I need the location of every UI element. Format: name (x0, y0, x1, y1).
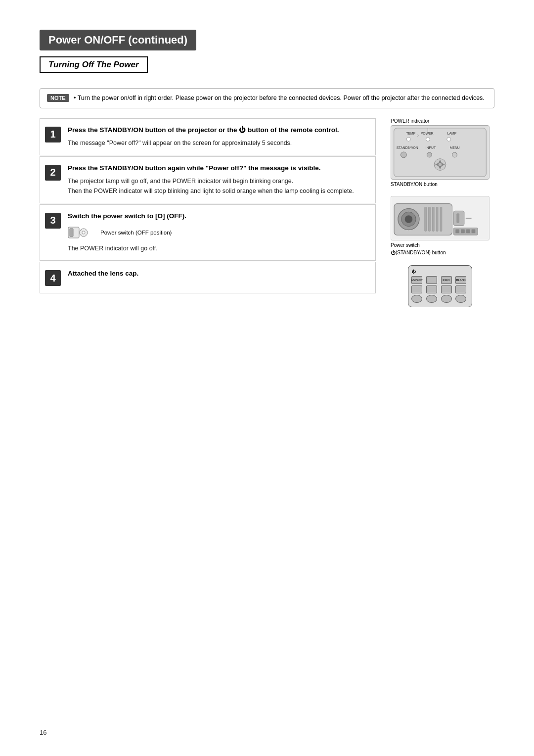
svg-text:INPUT: INPUT (426, 146, 436, 149)
section-title: Turning Off The Power (48, 60, 139, 69)
remote-btn-2 (426, 276, 437, 284)
svg-rect-30 (429, 207, 431, 231)
remote-btn-3: INFO (441, 276, 452, 284)
step-4: 4 Attached the lens cap. (40, 262, 376, 293)
step-4-content: Attached the lens cap. (68, 269, 368, 282)
svg-point-23 (438, 162, 442, 166)
step-2-heading: Press the STANDBY/ON button again while … (68, 164, 368, 173)
diagrams-column: POWER indicator TEMP POWER LAMP ○ STANDB… (386, 118, 494, 307)
step-2-number: 2 (45, 165, 61, 181)
power-switch-svg (68, 225, 93, 240)
step-4-heading: Attached the lens cap. (68, 269, 368, 279)
step-2: 2 Press the STANDBY/ON button again whil… (40, 156, 376, 203)
svg-rect-39 (461, 229, 465, 233)
svg-text:LAMP: LAMP (447, 131, 457, 135)
remote-btn-11 (441, 295, 452, 303)
remote-control-diagram: ⏻ ASPECT INFO BLANK (408, 265, 472, 307)
svg-text:TEMP: TEMP (406, 131, 415, 135)
svg-point-10 (426, 137, 430, 141)
remote-btn-5 (411, 285, 422, 293)
note-box: NOTE • Turn the power on/off in right or… (40, 88, 494, 108)
step-2-content: Press the STANDBY/ON button again while … (68, 164, 368, 196)
svg-rect-40 (466, 229, 470, 233)
note-label: NOTE (47, 94, 69, 102)
step-3-number: 3 (45, 213, 61, 229)
standby-on-button-label: STANDBY/ON button (391, 182, 490, 187)
projector-panel-section: POWER indicator TEMP POWER LAMP ○ STANDB… (391, 118, 490, 187)
projector-body-section: Power switch ⏻(STANDBY/ON) button (391, 196, 490, 255)
svg-point-8 (406, 137, 410, 141)
remote-control-section: ⏻ ASPECT INFO BLANK (391, 265, 490, 307)
content-area: 1 Press the STANDBY/ON button of the pro… (40, 118, 494, 307)
remote-btn-10 (426, 295, 437, 303)
svg-rect-35 (456, 213, 459, 223)
svg-rect-1 (70, 229, 73, 236)
section-title-box: Turning Off The Power (40, 56, 148, 73)
remote-btn-1: ASPECT (411, 276, 422, 284)
svg-rect-41 (472, 229, 476, 233)
step-3-heading: Switch the power switch to [O] (OFF). (68, 212, 368, 221)
page-number: 16 (40, 729, 46, 736)
svg-rect-38 (455, 229, 459, 233)
svg-text:○: ○ (417, 133, 419, 137)
step-2-body: The projector lamp will go off, and the … (68, 176, 368, 196)
remote-btn-6 (426, 285, 437, 293)
svg-text:STANDBY/ON: STANDBY/ON (397, 146, 418, 149)
svg-rect-32 (436, 207, 438, 231)
remote-btn-4: BLANK (455, 276, 466, 284)
svg-rect-31 (432, 207, 434, 231)
remote-btn-12 (455, 295, 466, 303)
step-1-content: Press the STANDBY/ON button of the proje… (68, 126, 368, 148)
step-4-number: 4 (45, 270, 61, 286)
standby-on-remote-label: ⏻(STANDBY/ON) button (391, 250, 490, 255)
page: Power ON/OFF (continued) Turning Off The… (0, 0, 534, 756)
svg-point-15 (400, 152, 406, 158)
power-indicator-label: POWER indicator (391, 118, 490, 124)
switch-position-label: Power switch (OFF position) (100, 230, 172, 236)
svg-point-11 (447, 137, 451, 141)
projector-panel-svg: TEMP POWER LAMP ○ STANDBY/ON INPUT MENU (391, 125, 490, 180)
note-text: • Turn the power on/off in right order. … (74, 94, 485, 101)
step-3-content: Switch the power switch to [O] (OFF). Po… (68, 212, 368, 254)
page-title: Power ON/OFF (continued) (40, 30, 196, 50)
steps-column: 1 Press the STANDBY/ON button of the pro… (40, 118, 376, 307)
power-switch-label-text: Power switch (391, 242, 490, 248)
svg-point-16 (427, 152, 432, 157)
svg-rect-29 (425, 207, 427, 231)
svg-point-17 (452, 152, 457, 157)
remote-btn-8 (455, 285, 466, 293)
svg-rect-33 (440, 207, 442, 231)
svg-point-28 (405, 215, 413, 223)
svg-text:MENU: MENU (450, 146, 460, 149)
step-3: 3 Switch the power switch to [O] (OFF). (40, 204, 376, 261)
projector-body-svg (391, 196, 490, 240)
svg-point-3 (82, 231, 85, 234)
steps-list: 1 Press the STANDBY/ON button of the pro… (40, 118, 376, 294)
step-1-number: 1 (45, 127, 61, 142)
remote-top-label: ⏻ (411, 270, 415, 274)
remote-btn-9 (411, 295, 422, 303)
step-1: 1 Press the STANDBY/ON button of the pro… (40, 118, 376, 155)
switch-illustration: Power switch (OFF position) (68, 225, 368, 240)
remote-btn-7 (441, 285, 452, 293)
step-1-heading: Press the STANDBY/ON button of the proje… (68, 126, 368, 135)
step-1-body: The message "Power off?" will appear on … (68, 138, 368, 148)
step-3-body: The POWER indicator will go off. (68, 243, 368, 253)
svg-text:POWER: POWER (421, 131, 434, 135)
